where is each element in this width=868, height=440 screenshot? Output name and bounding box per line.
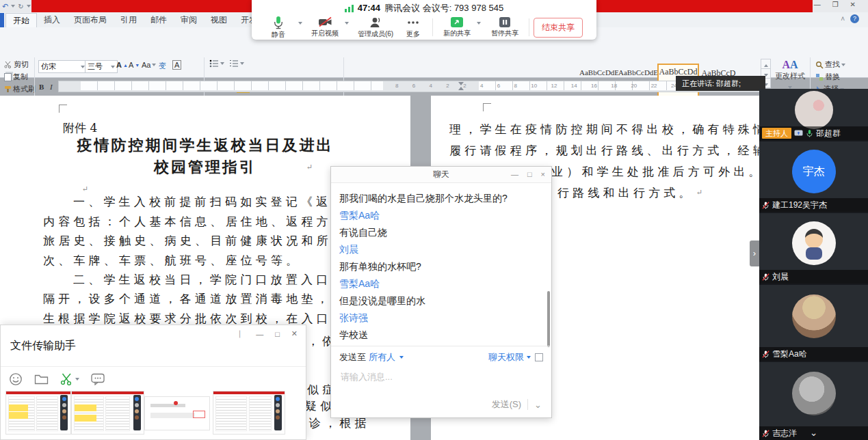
participant-namebar: 雪梨Aa哈 xyxy=(759,347,868,361)
chat-sender[interactable]: 雪梨Aa哈 xyxy=(339,276,550,293)
meeting-header: 47:44 腾讯会议 会议号: 793 978 545 xyxy=(252,0,596,16)
speaking-toast: 正在讲话: 邵超群; xyxy=(676,76,765,91)
video-options-caret[interactable] xyxy=(345,22,349,25)
caret-down-icon[interactable] xyxy=(11,5,15,8)
folder-icon[interactable] xyxy=(34,373,49,385)
send-to-selector[interactable]: 所有人 xyxy=(369,351,395,363)
pause-share-button[interactable]: 暂停共享 xyxy=(485,16,525,38)
chat-message: 那我们喝的水是自己烧那个水龙头里的? xyxy=(339,191,550,208)
tab-home[interactable]: 开始 xyxy=(5,13,37,27)
new-share-button[interactable]: 新的共享 xyxy=(437,16,477,38)
attachment-label: 附件 4 xyxy=(63,120,97,136)
bullets-button[interactable] xyxy=(209,59,224,68)
pin-icon[interactable]: — xyxy=(237,330,245,338)
end-share-button[interactable]: 结束共享 xyxy=(534,18,583,38)
more-dots-icon xyxy=(406,16,420,29)
share-options-caret[interactable] xyxy=(477,22,481,25)
undo-icon[interactable]: ↶ xyxy=(2,2,8,11)
character-border-button[interactable]: A xyxy=(172,60,181,70)
emoji-icon[interactable] xyxy=(9,372,23,386)
camera-off-icon xyxy=(318,16,332,28)
phonetic-guide-button[interactable]: 变 xyxy=(159,61,166,71)
font-size-combo[interactable]: 三号 xyxy=(85,60,118,73)
restore-button[interactable]: ❐ xyxy=(832,1,839,10)
send-options-caret[interactable]: ⌄ xyxy=(534,400,542,410)
chat-messages: 那我们喝的水是自己烧那个水龙头里的? 雪梨Aa哈 有说自己烧 刘晨 那有单独的水… xyxy=(331,182,550,346)
find-button[interactable]: 查找 xyxy=(815,59,845,70)
start-video-button[interactable]: 开启视频 xyxy=(305,16,345,38)
help-button[interactable]: ? xyxy=(850,14,859,23)
more-button[interactable]: 更多 xyxy=(398,16,428,39)
caret-down-icon xyxy=(240,62,244,65)
chat-history-icon[interactable] xyxy=(91,373,105,385)
fh-maximize-button[interactable]: □ xyxy=(275,330,280,338)
chat-close-button[interactable]: × xyxy=(541,167,545,182)
fh-close-button[interactable]: ✕ xyxy=(291,329,298,338)
sidebar-expand-button[interactable]: › xyxy=(750,240,759,266)
screenshot-thumbnail[interactable] xyxy=(5,391,71,435)
doc-body-line: 次、车牌、车票、航班号、座位号等。 xyxy=(43,253,301,269)
tab-review[interactable]: 审阅 xyxy=(174,13,204,27)
screenshot-thumbnail[interactable] xyxy=(71,391,144,435)
chat-permission-button[interactable]: 聊天权限 xyxy=(488,351,524,363)
grow-font-button[interactable]: A▲ xyxy=(116,61,128,69)
format-painter-button[interactable]: 格式刷 xyxy=(4,84,36,94)
mute-button[interactable]: 静音 xyxy=(259,16,298,40)
scissors-icon xyxy=(60,373,74,385)
screenshot-thumbnail[interactable] xyxy=(144,396,210,430)
avatar xyxy=(795,91,833,129)
tab-mailings[interactable]: 邮件 xyxy=(144,13,174,27)
mic-muted-icon xyxy=(762,429,770,438)
cut-button[interactable]: 剪切 xyxy=(4,59,29,70)
bold-button[interactable]: B xyxy=(39,83,44,91)
hanging-indent-marker[interactable] xyxy=(458,87,464,90)
gallery-scroll-up[interactable] xyxy=(761,59,771,69)
screenshot-button[interactable] xyxy=(60,373,79,385)
chat-minimize-button[interactable]: — xyxy=(511,167,518,182)
fh-minimize-button[interactable]: — xyxy=(256,330,263,338)
mic-muted-icon xyxy=(762,201,770,210)
copy-button[interactable]: 复制 xyxy=(4,72,28,82)
popout-icon[interactable] xyxy=(535,353,543,361)
tab-references[interactable]: 引用 xyxy=(114,13,144,27)
participant-tile[interactable]: 主持人 邵超群 xyxy=(759,89,868,140)
file-tab[interactable] xyxy=(0,13,4,27)
participant-tile[interactable]: 宇杰 建工192吴宇杰 xyxy=(759,141,868,212)
tab-insert[interactable]: 插入 xyxy=(37,13,67,27)
change-styles-button[interactable]: AA 更改样式 xyxy=(773,59,807,91)
font-family-combo[interactable]: 仿宋 xyxy=(38,60,88,73)
chat-message-input[interactable] xyxy=(339,371,534,383)
replace-icon xyxy=(815,73,824,81)
send-button[interactable]: 发送(S) xyxy=(492,398,521,411)
first-line-indent-marker[interactable] xyxy=(458,82,464,85)
cartoon-avatar-icon xyxy=(792,221,836,265)
manage-members-button[interactable]: 管理成员(6) xyxy=(353,16,398,39)
chat-maximize-button[interactable]: □ xyxy=(527,167,532,182)
chat-sender[interactable]: 张诗强 xyxy=(339,310,550,327)
replace-button[interactable]: 替换 xyxy=(815,72,840,82)
ribbon-pin-icon[interactable]: ˄ xyxy=(841,15,845,23)
collapse-chevron-icon[interactable]: ⌄ xyxy=(810,426,818,439)
close-button[interactable]: ✕ xyxy=(850,1,856,10)
numbering-button[interactable] xyxy=(229,59,244,68)
italic-button[interactable]: I xyxy=(50,83,53,91)
chat-scrollbar[interactable] xyxy=(547,291,550,347)
shrink-font-button[interactable]: A▼ xyxy=(129,61,140,69)
participant-tile[interactable]: 雪梨Aa哈 xyxy=(759,285,868,361)
signal-icon xyxy=(345,4,354,12)
participant-namebar: 刘晨 xyxy=(759,270,868,284)
participant-tile[interactable]: 刘晨 xyxy=(759,213,868,284)
tab-view[interactable]: 视图 xyxy=(204,13,234,27)
tab-page-layout[interactable]: 页面布局 xyxy=(67,13,114,27)
change-case-button[interactable]: Aa xyxy=(142,61,156,69)
qat-customize-icon[interactable] xyxy=(27,5,31,8)
chat-sender[interactable]: 刘晨 xyxy=(339,242,550,259)
minimize-button[interactable]: — xyxy=(814,1,821,10)
mute-options-caret[interactable] xyxy=(298,22,302,25)
participant-tile[interactable]: 吉志洋 ⌄ xyxy=(759,362,868,440)
redo-icon[interactable]: ↻ xyxy=(18,3,23,10)
caret-down-icon xyxy=(841,64,845,66)
screenshot-thumbnail[interactable] xyxy=(213,391,285,435)
chat-message: 但是没说是哪里的水 xyxy=(339,293,550,310)
chat-sender[interactable]: 雪梨Aa哈 xyxy=(339,208,550,225)
